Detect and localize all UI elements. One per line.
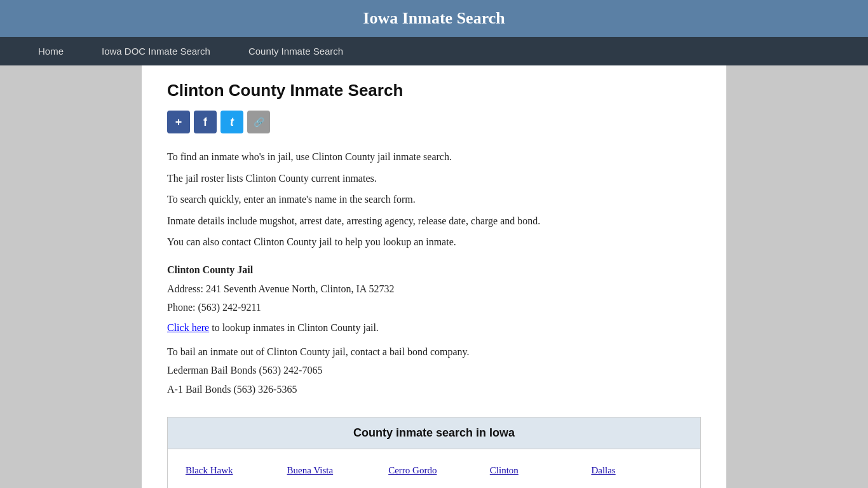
desc-line-3: To search quickly, enter an inmate's nam… [167, 191, 701, 208]
main-wrapper: Clinton County Inmate Search + f t 🔗 To … [142, 65, 726, 488]
bail-bond-1: Lederman Bail Bonds (563) 242-7065 [167, 362, 701, 379]
share-icon[interactable]: + [167, 111, 190, 133]
share-buttons: + f t 🔗 [167, 111, 701, 133]
desc-line-2: The jail roster lists Clinton County cur… [167, 170, 701, 187]
county-section-title: County inmate search in Iowa [168, 417, 700, 449]
county-link-ida[interactable]: Ida [282, 484, 384, 488]
county-link-lucas[interactable]: Lucas [586, 484, 688, 488]
county-link-black-hawk[interactable]: Black Hawk [180, 459, 282, 482]
nav: Home Iowa DOC Inmate Search County Inmat… [0, 37, 868, 65]
county-link-hardin[interactable]: Hardin [180, 484, 282, 488]
county-link-dallas[interactable]: Dallas [586, 459, 688, 482]
click-here-link[interactable]: Click here [167, 322, 209, 333]
county-link-clinton[interactable]: Clinton [485, 459, 587, 482]
desc-line-5: You can also contact Clinton County jail… [167, 234, 701, 250]
jail-phone: Phone: (563) 242-9211 [167, 299, 701, 316]
bail-section: To bail an inmate out of Clinton County … [167, 344, 701, 398]
jail-name: Clinton County Jail [167, 262, 701, 278]
nav-doc-search[interactable]: Iowa DOC Inmate Search [83, 37, 229, 65]
nav-county-search[interactable]: County Inmate Search [229, 37, 362, 65]
header: Iowa Inmate Search [0, 0, 868, 37]
facebook-icon[interactable]: f [194, 111, 217, 133]
desc-line-4: Inmate details include mugshot, arrest d… [167, 213, 701, 229]
county-section: County inmate search in Iowa Black HawkB… [167, 417, 701, 488]
county-link-buena-vista[interactable]: Buena Vista [282, 459, 384, 482]
click-here-line: Click here to lookup inmates in Clinton … [167, 322, 701, 334]
link-icon[interactable]: 🔗 [247, 111, 270, 133]
bail-bond-2: A-1 Bail Bonds (563) 326-5365 [167, 381, 701, 398]
county-link-cerro-gordo[interactable]: Cerro Gordo [383, 459, 485, 482]
jail-address: Address: 241 Seventh Avenue North, Clint… [167, 281, 701, 297]
county-link-linn[interactable]: Linn [485, 484, 587, 488]
site-title: Iowa Inmate Search [0, 9, 868, 28]
county-grid: Black HawkBuena VistaCerro GordoClintonD… [168, 449, 700, 488]
bail-intro: To bail an inmate out of Clinton County … [167, 344, 701, 360]
description: To find an inmate who's in jail, use Cli… [167, 149, 701, 250]
page-title: Clinton County Inmate Search [167, 81, 701, 100]
nav-home[interactable]: Home [19, 37, 83, 65]
twitter-icon[interactable]: t [220, 111, 243, 133]
county-link-johnson[interactable]: Johnson [383, 484, 485, 488]
click-here-suffix: to lookup inmates in Clinton County jail… [209, 322, 379, 333]
desc-line-1: To find an inmate who's in jail, use Cli… [167, 149, 701, 165]
jail-info: Clinton County Jail Address: 241 Seventh… [167, 262, 701, 316]
